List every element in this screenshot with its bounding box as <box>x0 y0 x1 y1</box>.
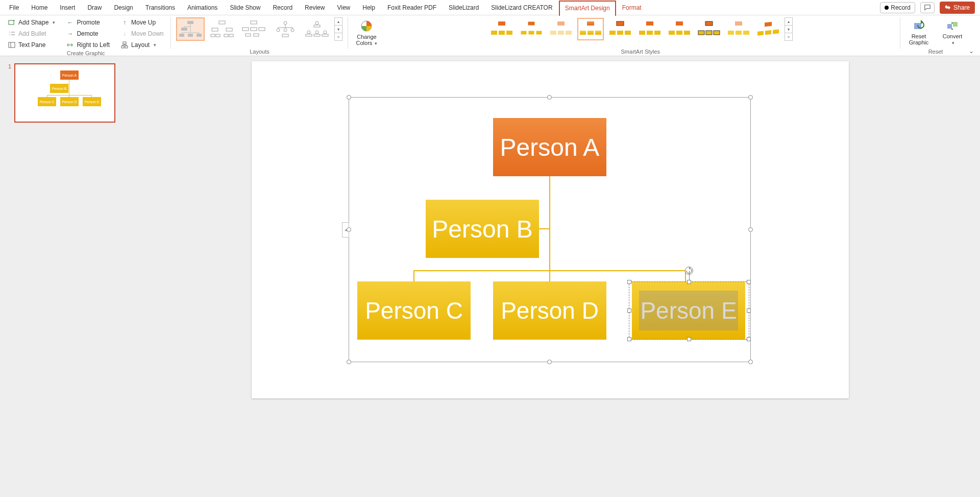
thumbnail-content: Person A Person B Person C Person D Pers… <box>21 68 108 117</box>
resize-handle-r[interactable] <box>748 227 753 232</box>
slide-canvas[interactable]: ◂ Person A Person B Person C <box>252 61 849 398</box>
style-option-6[interactable] <box>636 18 663 40</box>
tab-record[interactable]: Record <box>266 0 299 15</box>
tab-slidelizard[interactable]: SlideLizard <box>443 0 485 15</box>
shape-selection-box[interactable] <box>629 281 749 340</box>
cmd-promote[interactable]: ← Promote <box>64 17 112 28</box>
record-button[interactable]: Record <box>880 2 915 13</box>
svg-point-32 <box>291 29 294 32</box>
group-layouts: ▴▾▿ Layouts <box>173 16 346 56</box>
layout-option-4[interactable] <box>271 17 300 41</box>
workspace: 1 Person A Person B Person C Person D Pe… <box>0 56 980 497</box>
thumb-node-b: Person B <box>50 84 68 93</box>
reset-graphic-line2: Graphic <box>909 39 929 45</box>
style-option-7[interactable] <box>666 18 693 40</box>
shape-handle[interactable] <box>627 337 631 341</box>
right-to-left-icon <box>66 41 74 49</box>
shape-handle[interactable] <box>747 280 751 284</box>
tab-draw[interactable]: Draw <box>81 0 108 15</box>
chevron-down-icon: ▾ <box>154 42 156 48</box>
group-reset: ResetGraphic Convert▾ Reset <box>902 16 969 56</box>
slide-editor[interactable]: ◂ Person A Person B Person C <box>120 56 980 497</box>
layout-option-1[interactable] <box>176 17 205 41</box>
style-option-9[interactable] <box>725 18 752 40</box>
record-label: Record <box>891 4 911 11</box>
cmd-text-pane[interactable]: Text Pane <box>6 40 57 50</box>
cmd-right-to-left[interactable]: Right to Left <box>64 40 112 50</box>
reset-graphic-icon <box>913 20 925 32</box>
cmd-add-shape[interactable]: + Add Shape ▾ <box>6 17 57 28</box>
right-to-left-label: Right to Left <box>77 41 110 49</box>
style-option-3[interactable] <box>548 18 574 40</box>
cmd-demote[interactable]: → Demote <box>64 29 112 39</box>
shape-handle[interactable] <box>747 337 751 341</box>
resize-handle-l[interactable] <box>347 227 351 232</box>
svg-point-29 <box>284 21 287 25</box>
org-node-a[interactable]: Person A <box>493 118 606 176</box>
svg-rect-33 <box>282 34 288 37</box>
org-node-c[interactable]: Person C <box>357 281 471 340</box>
comments-button[interactable] <box>920 2 935 13</box>
resize-handle-b[interactable] <box>547 360 552 364</box>
ribbon-collapse-button[interactable]: ⌄ <box>969 48 974 55</box>
resize-handle-tl[interactable] <box>347 95 351 100</box>
add-shape-label: Add Shape <box>18 19 48 26</box>
cmd-change-colors[interactable]: ChangeColors ▾ <box>353 17 380 48</box>
style-option-8[interactable] <box>696 18 722 40</box>
svg-rect-49 <box>528 31 534 35</box>
thumb-node-a: Person A <box>60 70 79 80</box>
cmd-layout[interactable]: Layout ▾ <box>119 40 165 50</box>
tab-transitions[interactable]: Transitions <box>139 0 181 15</box>
svg-rect-59 <box>617 21 624 26</box>
shape-handle[interactable] <box>627 309 631 313</box>
style-option-2[interactable] <box>518 18 545 40</box>
cmd-reset-graphic[interactable]: ResetGraphic <box>905 17 932 48</box>
share-button[interactable]: Share <box>940 2 975 14</box>
svg-rect-8 <box>123 42 126 44</box>
org-node-e-selected[interactable]: Person E <box>629 281 749 340</box>
layout-option-2[interactable] <box>208 17 236 41</box>
styles-gallery-scroll[interactable]: ▴▾▿ <box>785 17 793 41</box>
tab-slidelizard-creator[interactable]: SlideLizard CREATOR <box>485 0 558 15</box>
tab-file[interactable]: File <box>3 0 25 15</box>
layout-option-3[interactable] <box>239 17 268 41</box>
tab-foxit[interactable]: Foxit Reader PDF <box>381 0 443 15</box>
smartart-selection-frame[interactable]: ◂ Person A Person B Person C <box>349 97 751 362</box>
layouts-gallery-scroll[interactable]: ▴▾▿ <box>334 17 342 41</box>
svg-rect-10 <box>125 46 128 48</box>
tab-help[interactable]: Help <box>356 0 381 15</box>
resize-handle-t[interactable] <box>547 95 552 100</box>
tab-slideshow[interactable]: Slide Show <box>224 0 266 15</box>
group-label-reset: Reset <box>928 49 943 56</box>
resize-handle-bl[interactable] <box>347 360 351 364</box>
cmd-convert[interactable]: Convert▾ <box>939 17 966 48</box>
slide-thumbnail-1[interactable]: Person A Person B Person C Person D Pers… <box>14 63 115 123</box>
org-node-b[interactable]: Person B <box>426 200 539 258</box>
svg-text:+: + <box>13 19 15 23</box>
shape-handle[interactable] <box>627 280 631 284</box>
tab-design[interactable]: Design <box>108 0 139 15</box>
cmd-move-up[interactable]: ↑ Move Up <box>119 17 165 28</box>
resize-handle-br[interactable] <box>748 360 753 364</box>
resize-handle-tr[interactable] <box>748 95 753 100</box>
tab-format[interactable]: Format <box>616 0 648 15</box>
svg-rect-52 <box>550 31 556 35</box>
tab-review[interactable]: Review <box>299 0 331 15</box>
tab-home[interactable]: Home <box>25 0 54 15</box>
style-option-4[interactable] <box>577 18 604 40</box>
thumb-node-c: Person C <box>38 97 56 106</box>
shape-handle[interactable] <box>687 280 691 284</box>
style-option-10[interactable] <box>755 18 781 40</box>
style-option-1[interactable] <box>488 18 515 40</box>
tab-smartart-design[interactable]: SmartArt Design <box>559 1 616 16</box>
org-node-d[interactable]: Person D <box>493 281 606 340</box>
tab-view[interactable]: View <box>331 0 356 15</box>
style-option-5[interactable] <box>607 18 633 40</box>
shape-handle[interactable] <box>747 309 751 313</box>
shape-handle[interactable] <box>687 337 691 341</box>
group-create-graphic: + Add Shape ▾ Add Bullet Text Pane ← Pro… <box>3 16 168 56</box>
svg-rect-9 <box>121 46 124 48</box>
layout-option-5[interactable] <box>303 17 331 41</box>
tab-animations[interactable]: Animations <box>181 0 224 15</box>
tab-insert[interactable]: Insert <box>54 0 81 15</box>
